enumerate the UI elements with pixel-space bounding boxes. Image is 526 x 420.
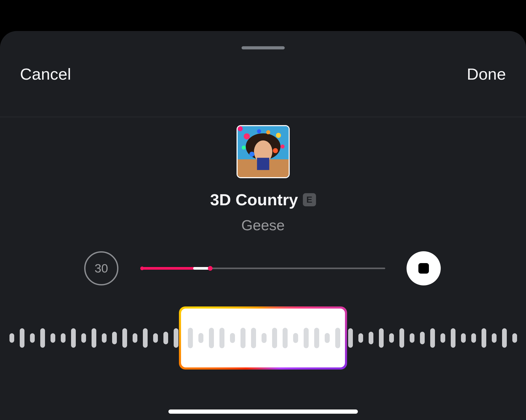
- waveform-bar: [389, 333, 394, 343]
- waveform-bar: [40, 328, 45, 348]
- audio-scrubber[interactable]: [0, 306, 526, 370]
- waveform-bar: [153, 333, 158, 343]
- waveform-bar: [399, 328, 404, 348]
- selection-window[interactable]: [179, 306, 347, 370]
- waveform-bar: [9, 333, 14, 343]
- cancel-button[interactable]: Cancel: [20, 65, 71, 83]
- progress-selection-end-handle[interactable]: [208, 266, 213, 271]
- selection-waveform-bar: [209, 328, 214, 348]
- waveform-bar: [30, 333, 35, 343]
- svg-point-11: [266, 130, 270, 135]
- sheet-header: Cancel Done: [0, 31, 526, 117]
- svg-point-9: [280, 145, 284, 149]
- waveform-bar: [369, 332, 373, 344]
- selection-waveform-bar: [230, 333, 235, 343]
- waveform-bar: [440, 333, 445, 343]
- selection-waveform-bar: [251, 328, 256, 348]
- selection-waveform-bar: [283, 328, 288, 348]
- waveform-bar: [461, 333, 466, 343]
- svg-point-5: [244, 133, 250, 139]
- waveform-bar: [174, 328, 178, 348]
- sheet-content: 3D Country E Geese 30: [0, 117, 526, 420]
- waveform-bar: [81, 333, 86, 343]
- progress-track[interactable]: [142, 268, 385, 269]
- selection-waveform-bar: [335, 328, 340, 348]
- waveform-bar: [348, 328, 353, 348]
- home-indicator[interactable]: [168, 409, 358, 414]
- svg-point-10: [242, 146, 246, 150]
- waveform-bar: [61, 333, 66, 343]
- track-title: 3D Country: [210, 190, 298, 209]
- waveform-bar: [471, 333, 476, 343]
- waveform-bar: [430, 328, 435, 348]
- selection-window-waveform: [181, 309, 345, 367]
- selection-waveform-bar: [325, 333, 330, 343]
- artist-name: Geese: [0, 217, 526, 234]
- svg-point-12: [257, 129, 261, 134]
- selection-waveform-bar: [272, 328, 277, 348]
- waveform-bar: [420, 332, 425, 344]
- selection-waveform-bar: [262, 333, 267, 343]
- selection-waveform-bar: [188, 328, 193, 348]
- waveform-bar: [482, 328, 486, 348]
- selection-waveform-bar: [293, 333, 298, 343]
- stop-button[interactable]: [407, 251, 441, 285]
- music-scrubber-sheet: Cancel Done 3D Country: [0, 31, 526, 420]
- waveform-bar: [133, 333, 137, 343]
- waveform-bar: [92, 328, 96, 348]
- track-title-row: 3D Country E: [0, 190, 526, 209]
- stop-icon: [418, 263, 429, 274]
- svg-point-6: [276, 133, 281, 138]
- album-art-image: [238, 126, 289, 177]
- selection-waveform-bar: [219, 328, 224, 348]
- waveform-bar: [358, 333, 363, 343]
- waveform-bar: [51, 333, 55, 343]
- waveform-bar: [122, 328, 127, 348]
- selection-waveform-bar: [198, 333, 203, 343]
- svg-point-7: [249, 152, 254, 157]
- svg-point-13: [238, 126, 243, 131]
- waveform-bar: [102, 333, 107, 343]
- waveform-bar: [492, 333, 497, 343]
- waveform-bar: [71, 328, 76, 348]
- waveform-bar: [20, 328, 24, 348]
- waveform-bar: [502, 328, 507, 348]
- playback-controls: 30: [0, 251, 526, 285]
- done-button[interactable]: Done: [467, 65, 506, 83]
- svg-point-8: [273, 148, 278, 153]
- waveform-bar: [451, 328, 455, 348]
- waveform-bar: [163, 332, 168, 344]
- waveform-bar: [112, 332, 117, 344]
- selection-waveform-bar: [304, 328, 309, 348]
- clip-duration-button[interactable]: 30: [84, 251, 118, 285]
- svg-rect-4: [257, 158, 269, 170]
- selection-waveform-bar: [314, 328, 319, 348]
- album-art: [237, 125, 290, 178]
- waveform-bar: [410, 333, 414, 343]
- waveform-bar: [379, 328, 384, 348]
- waveform-bar: [143, 328, 148, 348]
- waveform-bar: [512, 333, 517, 343]
- selection-waveform-bar: [241, 328, 246, 348]
- explicit-badge: E: [303, 193, 316, 206]
